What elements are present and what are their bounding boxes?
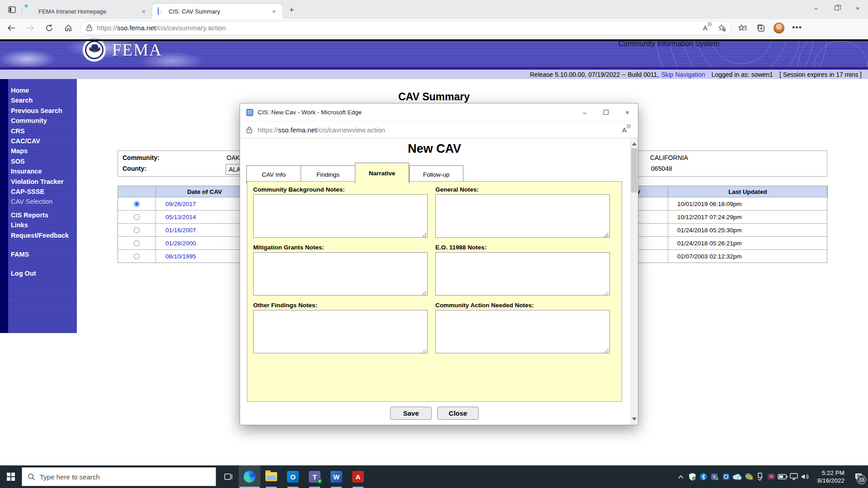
modal-maximize-button[interactable] — [595, 103, 617, 122]
scrollbar-thumb[interactable] — [631, 148, 637, 192]
tab-fema-intranet[interactable]: FEMA Intranet Homepage × — [22, 4, 152, 19]
modal-close-button[interactable]: × — [617, 103, 638, 122]
header-clouds-art — [0, 41, 217, 67]
tray-chevron-icon[interactable] — [675, 465, 687, 488]
edge-taskbar-icon[interactable] — [239, 465, 260, 488]
tab-close-icon[interactable]: × — [270, 7, 278, 15]
sidebar-item-crs[interactable]: CRS — [11, 126, 77, 136]
search-input[interactable] — [40, 473, 193, 481]
refresh-icon[interactable] — [42, 20, 57, 36]
mitigation-grants-notes-textarea[interactable] — [253, 252, 428, 296]
favorites-icon[interactable] — [736, 21, 750, 35]
read-aloud-icon[interactable]: A))) — [703, 24, 712, 32]
forward-icon[interactable] — [23, 20, 38, 36]
cav-row-radio[interactable] — [134, 253, 140, 259]
read-aloud-icon[interactable]: A))) — [622, 126, 631, 134]
skip-navigation-link[interactable]: Skip Navigation — [661, 71, 705, 78]
sidebar-item-previous-search[interactable]: Previous Search — [11, 106, 77, 116]
profile-avatar[interactable] — [772, 21, 786, 35]
tab-actions-icon[interactable] — [5, 3, 19, 17]
sidebar-item-cis-reports[interactable]: CIS Reports — [11, 210, 77, 220]
tab-cav-summary[interactable]: CIS: CAV Summary × — [152, 4, 283, 19]
onedrive-icon[interactable] — [732, 465, 743, 488]
restore-button[interactable] — [826, 0, 847, 16]
general-notes-textarea[interactable] — [435, 194, 610, 238]
minimize-button[interactable]: – — [806, 0, 826, 16]
battery-icon[interactable] — [777, 465, 788, 488]
cav-row-radio[interactable] — [134, 214, 140, 220]
usb-device-icon[interactable] — [755, 465, 766, 488]
add-favorite-icon[interactable] — [718, 24, 726, 32]
new-tab-button[interactable]: + — [285, 4, 298, 16]
sidebar-item-request-feedback[interactable]: Request/Feedback — [11, 230, 77, 240]
sidebar-item-cap-ssse[interactable]: CAP-SSSE — [11, 187, 77, 197]
sidebar-item-maps[interactable]: Maps — [11, 146, 77, 156]
sidebar-item-links[interactable]: Links — [11, 220, 77, 230]
cav-row-radio[interactable] — [134, 240, 140, 246]
address-bar[interactable]: https://sso.fema.net/cis/cavsummary.acti… — [80, 21, 731, 35]
sidebar-item-home[interactable]: Home — [11, 85, 77, 95]
settings-menu-icon[interactable]: ••• — [790, 21, 804, 35]
volume-icon[interactable] — [800, 465, 811, 488]
taskbar-search[interactable] — [22, 467, 216, 486]
clock-time: 5:22 PM — [817, 469, 844, 477]
teams-tray-icon[interactable]: T — [709, 465, 721, 488]
modal-minimize-button[interactable]: – — [574, 103, 595, 122]
modal-title-bar[interactable]: CIS: New Cav - Work - Microsoft Edge – × — [240, 103, 638, 122]
collections-icon[interactable] — [754, 21, 768, 35]
sidebar-item-violation-tracker[interactable]: Violation Tracker — [11, 177, 77, 187]
lock-icon — [86, 24, 92, 31]
sidebar-item-log-out[interactable]: Log Out — [11, 268, 77, 278]
tab-findings[interactable]: Findings — [301, 165, 355, 183]
save-button[interactable]: Save — [390, 407, 432, 420]
vpn-globe-lock-icon[interactable] — [743, 465, 755, 488]
scroll-down-icon[interactable] — [632, 418, 637, 422]
back-icon[interactable] — [4, 20, 19, 36]
date-of-cav-header: Date of CAV — [156, 186, 254, 197]
tab-cav-info[interactable]: CAV Info — [246, 165, 301, 183]
teams-icon[interactable]: T✓ — [304, 465, 326, 488]
tab-narrative[interactable]: Narrative — [355, 163, 409, 183]
close-button[interactable]: × — [847, 0, 868, 16]
outlook-tray-icon[interactable] — [721, 465, 732, 488]
cav-date-link[interactable]: 09/26/2017 — [165, 201, 196, 207]
sidebar-secondary-group: CIS Reports Links Request/Feedback — [0, 207, 77, 240]
notification-center-icon[interactable]: 33 — [849, 465, 868, 488]
cav-row-radio[interactable] — [134, 201, 140, 207]
cav-date-link[interactable]: 08/10/1995 — [165, 253, 196, 260]
sidebar-item-community[interactable]: Community — [11, 116, 77, 126]
close-button[interactable]: Close — [437, 407, 479, 420]
home-icon[interactable] — [61, 20, 76, 36]
cav-date-link[interactable]: 01/28/2000 — [165, 240, 196, 247]
sidebar-item-sos[interactable]: SOS — [11, 156, 77, 166]
taskbar-clock[interactable]: 5:22 PM 8/16/2022 — [817, 469, 844, 484]
security-shield-icon[interactable] — [687, 465, 698, 488]
sidebar-item-search[interactable]: Search — [11, 95, 77, 105]
cav-row-radio[interactable] — [134, 227, 140, 233]
sidebar-item-cac-cav[interactable]: CAC/CAV — [11, 136, 77, 146]
eo-11988-notes-textarea[interactable] — [435, 252, 610, 296]
acrobat-icon[interactable]: A — [347, 465, 369, 488]
cav-date-link[interactable]: 05/13/2014 — [165, 214, 196, 221]
app-globe-icon[interactable] — [766, 465, 777, 488]
sidebar-item-fams[interactable]: FAMS — [11, 249, 77, 259]
sidebar-item-insurance[interactable]: Insurance — [11, 166, 77, 176]
tab-close-icon[interactable]: × — [140, 7, 148, 15]
network-icon[interactable] — [788, 465, 800, 488]
modal-scrollbar[interactable] — [630, 138, 638, 425]
cav-date-link[interactable]: 01/16/2007 — [165, 227, 196, 234]
community-action-needed-notes-textarea[interactable] — [435, 310, 610, 353]
other-findings-notes-textarea[interactable] — [253, 310, 428, 353]
sidebar-edge — [0, 79, 8, 333]
start-button[interactable] — [0, 465, 22, 488]
task-view-icon[interactable] — [218, 465, 239, 488]
bluetooth-icon[interactable] — [698, 465, 709, 488]
file-explorer-icon[interactable] — [260, 465, 282, 488]
tab-follow-up[interactable]: Follow-up — [409, 165, 463, 183]
word-icon[interactable]: W — [326, 465, 347, 488]
field-label: E.O. 11988 Notes: — [435, 244, 613, 251]
community-background-notes-textarea[interactable] — [253, 194, 428, 238]
outlook-icon[interactable]: O — [282, 465, 304, 488]
scroll-up-icon[interactable] — [632, 141, 637, 145]
narrative-panel: Community Background Notes: General Note… — [247, 181, 622, 402]
